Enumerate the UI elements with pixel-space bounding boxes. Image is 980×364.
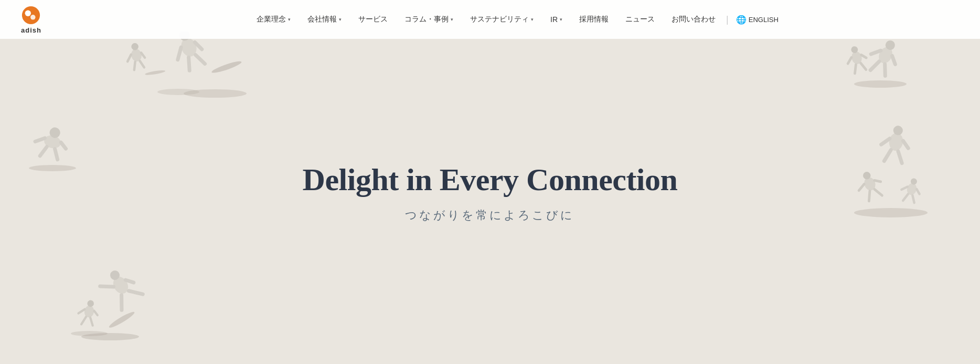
nav-ir[interactable]: IR ▾ — [542, 0, 571, 39]
svg-line-30 — [129, 286, 143, 299]
logo-icon — [21, 5, 41, 25]
svg-line-13 — [133, 62, 136, 70]
hero-subtitle: つながりを常によろこびに — [303, 207, 678, 223]
svg-point-9 — [130, 48, 142, 62]
svg-point-70 — [22, 6, 40, 24]
svg-line-11 — [126, 55, 132, 61]
figure-group-topright — [823, 32, 917, 84]
svg-line-62 — [866, 191, 873, 201]
svg-point-16 — [29, 165, 76, 171]
header: adish 企業理念 ▾ 会社情報 ▾ サービス コラム・事例 ▾ サステナビリ… — [0, 0, 980, 39]
svg-line-34 — [78, 308, 84, 314]
svg-line-60 — [857, 184, 866, 191]
svg-line-68 — [903, 193, 908, 201]
svg-line-36 — [81, 316, 86, 325]
svg-line-12 — [141, 52, 145, 58]
chevron-down-icon: ▾ — [288, 17, 291, 22]
svg-line-20 — [60, 142, 67, 149]
svg-point-8 — [209, 60, 243, 75]
svg-line-37 — [89, 318, 94, 326]
logo-text: adish — [21, 26, 41, 34]
hero-content: Delight in Every Connection つながりを常によろこびに — [303, 162, 678, 223]
nav-divider: | — [726, 14, 729, 25]
svg-point-71 — [25, 10, 31, 16]
lang-label: ENGLISH — [749, 16, 779, 24]
svg-line-21 — [40, 145, 47, 157]
svg-point-15 — [144, 69, 166, 76]
figure-group-leftmid — [0, 121, 105, 168]
chevron-down-icon: ▾ — [339, 17, 342, 22]
nav-column[interactable]: コラム・事例 ▾ — [396, 0, 462, 39]
svg-line-27 — [100, 280, 114, 293]
svg-line-54 — [881, 137, 890, 145]
svg-line-43 — [870, 60, 879, 72]
globe-icon: 🌐 — [736, 15, 747, 25]
svg-line-57 — [896, 151, 903, 163]
figure-group-rightmid — [833, 116, 938, 210]
svg-line-14 — [140, 60, 144, 68]
svg-line-61 — [875, 179, 881, 184]
svg-point-38 — [854, 80, 907, 88]
chevron-down-icon: ▾ — [560, 17, 562, 22]
svg-line-50 — [861, 63, 866, 71]
hero-section: Delight in Every Connection つながりを常によろこびに — [0, 0, 980, 364]
svg-line-47 — [847, 57, 853, 64]
svg-point-1 — [157, 89, 199, 95]
figure-group-topleft — [94, 32, 273, 95]
svg-line-55 — [902, 141, 909, 148]
nav-sustainability[interactable]: サステナビリティ ▾ — [462, 0, 542, 39]
svg-line-7 — [196, 53, 205, 66]
svg-line-63 — [875, 188, 882, 197]
hero-title: Delight in Every Connection — [303, 162, 678, 197]
main-nav: 企業理念 ▾ 会社情報 ▾ サービス コラム・事例 ▾ サステナビリティ ▾ I… — [73, 0, 959, 39]
figure-group-bottomleft — [52, 248, 157, 332]
nav-news[interactable]: ニュース — [617, 0, 663, 39]
nav-company[interactable]: 会社情報 ▾ — [299, 0, 350, 39]
svg-point-24 — [71, 331, 108, 336]
svg-line-35 — [93, 311, 98, 315]
svg-line-48 — [861, 54, 866, 59]
svg-point-32 — [83, 305, 95, 318]
svg-line-56 — [884, 149, 891, 162]
svg-point-51 — [854, 208, 928, 217]
nav-corporate[interactable]: 企業理念 ▾ — [248, 0, 299, 39]
logo-area[interactable]: adish — [21, 5, 41, 34]
svg-point-72 — [31, 15, 36, 20]
svg-line-69 — [911, 195, 916, 203]
svg-line-66 — [901, 185, 908, 191]
svg-line-49 — [853, 65, 858, 74]
svg-line-19 — [35, 136, 45, 144]
svg-line-29 — [115, 295, 128, 310]
nav-recruit[interactable]: 採用情報 — [571, 0, 617, 39]
svg-line-6 — [185, 57, 193, 70]
svg-line-44 — [880, 64, 890, 76]
nav-lang[interactable]: 🌐 ENGLISH — [731, 15, 784, 25]
svg-line-42 — [889, 56, 898, 64]
svg-point-31 — [109, 310, 135, 330]
chevron-down-icon: ▾ — [531, 17, 534, 22]
nav-service[interactable]: サービス — [350, 0, 396, 39]
chevron-down-icon: ▾ — [451, 17, 453, 22]
svg-line-22 — [52, 149, 60, 160]
svg-line-67 — [915, 189, 920, 194]
nav-contact[interactable]: お問い合わせ — [663, 0, 724, 39]
